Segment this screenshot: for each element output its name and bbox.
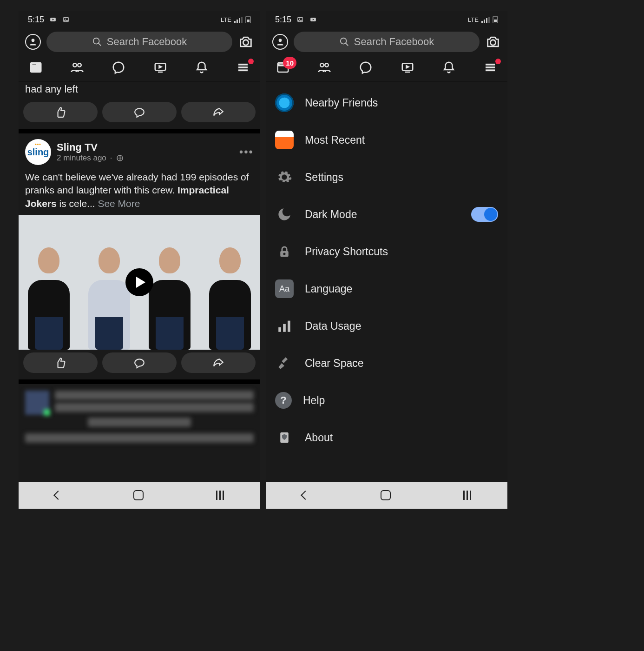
menu-item-dark-mode[interactable]: Dark Mode <box>275 196 498 233</box>
menu-item-about[interactable]: About <box>275 419 498 456</box>
svg-point-35 <box>279 39 282 42</box>
svg-rect-4 <box>234 21 236 23</box>
author-name[interactable]: Sling TV <box>57 141 124 153</box>
post-divider <box>19 379 260 384</box>
comment-button[interactable] <box>102 352 177 373</box>
feed-badge: 10 <box>283 57 296 69</box>
battery-icon <box>493 16 498 23</box>
camera-button[interactable] <box>485 34 501 50</box>
search-icon <box>92 37 102 47</box>
profile-button[interactable] <box>25 34 41 50</box>
nav-back[interactable] <box>301 491 310 500</box>
menu-list[interactable]: Nearby Friends Most Recent Settings Dark… <box>266 81 507 459</box>
prev-post-text: had any left <box>19 81 260 99</box>
nav-recents[interactable] <box>463 491 471 500</box>
gear-icon <box>275 168 294 186</box>
status-network: LTE <box>221 16 231 23</box>
tab-bar <box>19 56 260 81</box>
menu-item-nearby-friends[interactable]: Nearby Friends <box>275 84 498 121</box>
blurred-post <box>19 384 260 452</box>
post-video[interactable] <box>19 215 260 350</box>
dark-mode-toggle[interactable] <box>471 207 498 222</box>
svg-rect-51 <box>278 327 281 332</box>
status-bar: 5:15 LTE <box>266 11 507 28</box>
globe-icon <box>116 154 124 162</box>
search-icon <box>339 37 349 47</box>
tab-notifications[interactable] <box>194 60 210 74</box>
svg-point-50 <box>283 253 286 255</box>
svg-line-37 <box>346 43 348 46</box>
tab-feed[interactable]: 10 <box>275 60 291 74</box>
menu-item-language[interactable]: Aa Language <box>275 270 498 307</box>
phone-feed: 5:15 LTE Search Facebook had any left <box>19 11 260 509</box>
like-button[interactable] <box>23 102 98 122</box>
signal-icon <box>481 16 490 23</box>
nav-home[interactable] <box>381 490 391 500</box>
svg-point-3 <box>65 19 66 20</box>
author-avatar[interactable]: sling <box>25 139 51 165</box>
play-icon <box>125 268 153 296</box>
search-input[interactable]: Search Facebook <box>294 32 480 52</box>
youtube-icon <box>49 16 57 23</box>
search-input[interactable]: Search Facebook <box>46 32 232 52</box>
broom-icon <box>275 354 294 372</box>
android-nav-bar <box>266 482 507 509</box>
nav-back[interactable] <box>53 491 63 500</box>
menu-item-privacy-shortcuts[interactable]: Privacy Shortcuts <box>275 233 498 270</box>
tab-menu[interactable] <box>482 60 498 74</box>
see-more-link[interactable]: See More <box>98 198 140 209</box>
svg-rect-32 <box>488 17 490 23</box>
share-button[interactable] <box>181 352 256 373</box>
menu-item-clear-space[interactable]: Clear Space <box>275 345 498 382</box>
status-network: LTE <box>468 16 479 23</box>
svg-rect-15 <box>32 64 36 66</box>
nav-recents[interactable] <box>216 491 224 500</box>
menu-item-help[interactable]: ? Help <box>275 382 498 419</box>
post-actions <box>19 350 260 379</box>
tab-friends[interactable] <box>69 60 85 74</box>
status-bar: 5:15 LTE <box>19 11 260 28</box>
svg-rect-9 <box>247 20 250 22</box>
help-icon: ? <box>275 392 292 409</box>
svg-rect-53 <box>288 321 290 332</box>
comment-button[interactable] <box>102 102 177 122</box>
feed-scroll[interactable]: had any left sling Sling TV 2 minutes ag… <box>19 81 260 452</box>
search-placeholder: Search Facebook <box>107 36 187 48</box>
svg-line-12 <box>99 43 101 46</box>
post-more-button[interactable]: ••• <box>239 146 254 159</box>
tab-menu[interactable] <box>235 60 251 74</box>
profile-button[interactable] <box>272 34 288 50</box>
image-icon <box>62 16 70 23</box>
svg-rect-7 <box>241 17 243 23</box>
tab-watch[interactable] <box>152 60 168 74</box>
image-icon <box>296 16 304 23</box>
svg-marker-20 <box>159 66 161 68</box>
tab-messenger[interactable] <box>358 60 374 74</box>
nav-home[interactable] <box>133 490 144 500</box>
tab-messenger[interactable] <box>111 60 126 74</box>
menu-item-settings[interactable]: Settings <box>275 159 498 196</box>
svg-point-13 <box>243 40 248 45</box>
menu-item-most-recent[interactable]: Most Recent <box>275 121 498 159</box>
tab-notifications[interactable] <box>441 60 457 74</box>
share-button[interactable] <box>181 102 256 122</box>
tab-watch[interactable] <box>400 60 415 74</box>
blurred-avatar <box>25 391 49 415</box>
svg-point-36 <box>341 38 347 44</box>
post-body[interactable]: We can't believe we've already had 199 e… <box>19 168 260 215</box>
android-nav-bar <box>19 482 260 509</box>
svg-rect-6 <box>239 18 240 23</box>
tab-feed[interactable] <box>28 60 44 74</box>
tab-friends[interactable] <box>316 60 332 74</box>
status-time: 5:15 <box>28 15 44 25</box>
like-button[interactable] <box>23 352 98 373</box>
camera-button[interactable] <box>238 34 254 50</box>
youtube-icon <box>309 16 317 23</box>
search-placeholder: Search Facebook <box>354 36 434 48</box>
svg-point-10 <box>32 39 35 42</box>
menu-item-data-usage[interactable]: Data Usage <box>275 307 498 345</box>
svg-point-38 <box>490 40 495 45</box>
svg-rect-30 <box>484 20 485 23</box>
phone-menu: 5:15 LTE Search Facebook 10 Nearby Fri <box>266 11 507 509</box>
svg-point-11 <box>93 38 99 44</box>
